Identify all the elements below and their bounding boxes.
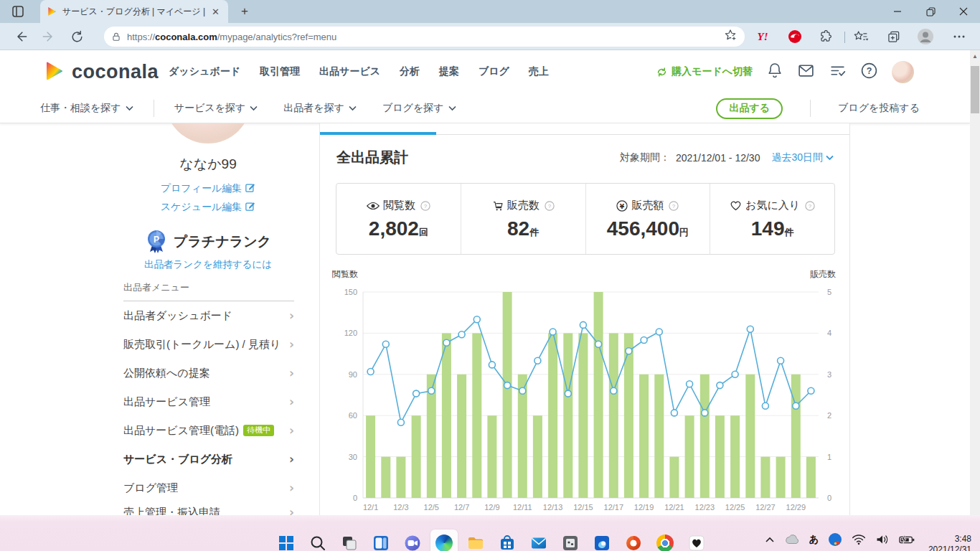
svg-text:P: P [154, 235, 159, 245]
nav-services[interactable]: 出品サービス [319, 65, 380, 78]
collections-icon[interactable] [885, 28, 903, 45]
sidebar-avatar[interactable] [165, 123, 251, 144]
minimize-icon[interactable] [881, 0, 914, 23]
subnav-services[interactable]: サービスを探す [174, 102, 258, 115]
lock-icon[interactable] [111, 32, 121, 42]
menu-seller-dashboard[interactable]: 出品者ダッシュボード› [123, 301, 294, 330]
primary-nav: ダッシュボード 取引管理 出品サービス 分析 提案 ブログ 売上 [169, 50, 549, 93]
gray-app-icon[interactable] [562, 534, 579, 551]
speaker-icon[interactable] [875, 534, 890, 545]
menu-service-blog-analytics[interactable]: サービス・ブログ分析› [123, 445, 294, 474]
chrome-icon[interactable] [656, 534, 674, 551]
subnav-divider [810, 100, 811, 117]
browser-titlebar: サービス・ブログ分析 | マイページ | ココ ✕ + [0, 0, 980, 23]
wifi-icon[interactable] [852, 534, 866, 545]
seller-menu-header: 出品者メニュー [123, 281, 294, 301]
trendmicro-extension-icon[interactable] [786, 28, 804, 45]
nav-transactions[interactable]: 取引管理 [260, 65, 300, 78]
microsoft-store-icon[interactable] [499, 534, 516, 551]
period-select[interactable]: 過去30日間 [771, 151, 834, 164]
restore-icon[interactable] [914, 0, 947, 23]
help-icon[interactable]: ? [669, 201, 679, 211]
taskbar-clock[interactable]: 3:48 2021/12/31 [928, 534, 971, 551]
search-icon[interactable] [309, 534, 326, 551]
envelope-icon[interactable] [797, 62, 815, 83]
period-value: 2021/12/01 - 12/30 [676, 152, 760, 164]
svg-text:12/23: 12/23 [695, 503, 715, 512]
user-avatar[interactable] [892, 61, 914, 83]
yen-circle-icon: ¥ [616, 200, 628, 212]
chevron-up-icon[interactable] [765, 536, 775, 543]
address-bar[interactable]: https://coconala.com/mypage/analytics?re… [104, 27, 745, 47]
chevron-right-icon: › [289, 309, 294, 323]
new-tab-icon[interactable]: + [237, 4, 253, 19]
sell-button[interactable]: 出品する [716, 98, 783, 119]
sidebar-username: ななか99 [122, 155, 294, 174]
mail-icon[interactable] [530, 534, 547, 551]
help-icon[interactable]: ? [545, 201, 555, 211]
close-tab-icon[interactable]: ✕ [209, 6, 222, 17]
menu-sales-talkroom[interactable]: 販売取引(トークルーム) / 見積り› [123, 330, 294, 359]
svg-text:?: ? [867, 66, 872, 76]
file-explorer-icon[interactable] [467, 534, 484, 551]
edge-icon[interactable] [435, 534, 453, 551]
svg-text:120: 120 [344, 329, 357, 337]
menu-phone-service-manage[interactable]: 出品サービス管理(電話)待機中› [123, 416, 294, 445]
browser-profile-avatar[interactable] [917, 28, 934, 45]
start-button-icon[interactable] [278, 534, 295, 551]
nav-proposals[interactable]: 提案 [439, 65, 459, 78]
teams-chat-icon[interactable] [404, 534, 421, 551]
help-icon[interactable]: ? [420, 201, 430, 211]
chevron-right-icon: › [289, 395, 294, 409]
scroll-up-icon[interactable]: ▲ [972, 53, 978, 60]
svg-text:?: ? [809, 203, 812, 209]
scrollbar-thumb[interactable] [971, 66, 979, 113]
onedrive-cloud-icon[interactable] [784, 534, 800, 545]
schedule-edit-link[interactable]: スケジュール編集 [122, 201, 294, 214]
page-scrollbar[interactable]: ▲ [970, 50, 980, 515]
subnav-sellers[interactable]: 出品者を探す [283, 102, 357, 115]
switch-mode-button[interactable]: 購入モードへ切替 [656, 65, 753, 78]
blue-tray-app-icon[interactable] [828, 532, 842, 547]
add-favorite-star-icon[interactable] [723, 28, 738, 45]
nav-blog[interactable]: ブログ [479, 65, 509, 78]
svg-text:5: 5 [827, 288, 831, 296]
battery-icon[interactable] [899, 534, 915, 545]
browser-tab[interactable]: サービス・ブログ分析 | マイページ | ココ ✕ [40, 0, 228, 23]
close-window-icon[interactable] [947, 0, 980, 23]
office-icon[interactable] [625, 534, 642, 551]
help-icon[interactable]: ? [805, 201, 815, 211]
extensions-puzzle-icon[interactable] [816, 28, 834, 45]
help-circle-icon[interactable]: ? [860, 62, 878, 83]
subnav-jobs[interactable]: 仕事・相談を探す [40, 102, 133, 115]
list-check-icon[interactable] [829, 62, 847, 83]
ime-ja-icon[interactable]: あ [809, 533, 819, 546]
task-view-icon[interactable] [341, 534, 358, 551]
post-blog-button[interactable]: ブログを投稿する [838, 102, 920, 115]
nav-sales[interactable]: 売上 [529, 65, 549, 78]
profile-edit-link[interactable]: プロフィール編集 [122, 182, 294, 195]
coconala-logo[interactable]: coconala [40, 59, 159, 85]
svg-text:12/21: 12/21 [664, 503, 684, 512]
favorites-list-icon[interactable] [852, 28, 870, 45]
yahoo-extension-icon[interactable]: Y! [754, 28, 771, 45]
bell-icon[interactable] [766, 62, 783, 82]
platinum-badge-icon: P [145, 230, 168, 254]
chevron-right-icon: › [289, 337, 294, 352]
white-app-icon[interactable] [688, 534, 705, 551]
blue-app-icon[interactable] [593, 534, 611, 551]
seller-menu: 出品者メニュー 出品者ダッシュボード› 販売取引(トークルーム) / 見積り› … [123, 281, 294, 527]
rank-maintain-link[interactable]: 出品者ランクを維持するには [108, 258, 308, 271]
subnav-blogs[interactable]: ブログを探す [382, 102, 456, 115]
back-arrow-icon[interactable] [13, 28, 30, 45]
refresh-icon[interactable] [68, 28, 85, 45]
url-text[interactable]: https://coconala.com/mypage/analytics?re… [127, 32, 336, 42]
widgets-icon[interactable] [372, 534, 390, 551]
tab-actions-icon[interactable] [11, 5, 24, 21]
menu-service-manage[interactable]: 出品サービス管理› [123, 387, 294, 416]
menu-public-proposals[interactable]: 公開依頼への提案› [123, 359, 294, 387]
chevron-down-icon [349, 105, 357, 111]
nav-dashboard[interactable]: ダッシュボード [169, 65, 240, 78]
nav-analytics[interactable]: 分析 [400, 65, 420, 78]
more-menu-icon[interactable] [951, 28, 968, 45]
